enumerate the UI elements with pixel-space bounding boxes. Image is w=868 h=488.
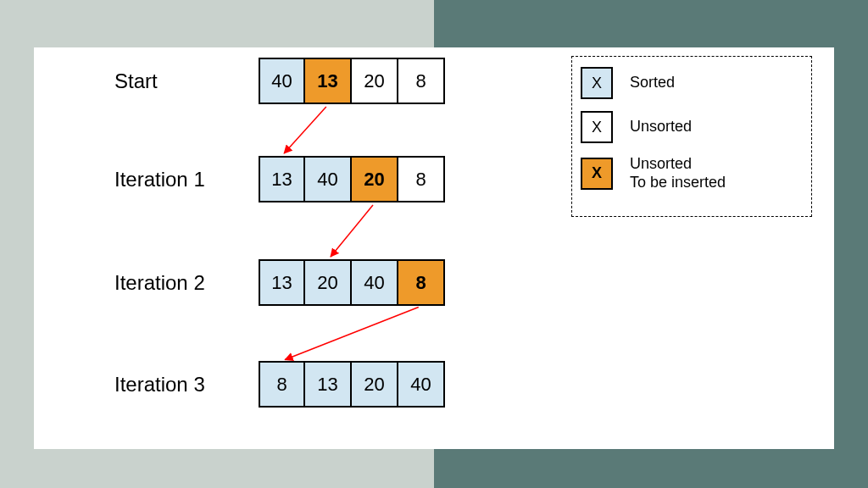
array-cell: 8 — [398, 58, 445, 104]
legend-item: XUnsorted To be inserted — [581, 155, 803, 191]
legend-swatch: X — [581, 67, 613, 99]
array-cell: 8 — [398, 156, 445, 202]
array-row: 8132040 — [259, 361, 445, 408]
array-cell: 40 — [305, 156, 352, 202]
legend-item: XUnsorted — [581, 111, 803, 143]
legend-swatch: X — [581, 158, 613, 190]
array-cell: 40 — [352, 259, 398, 306]
legend-label: Unsorted — [630, 118, 692, 136]
legend-item: XSorted — [581, 67, 803, 99]
legend-swatch: X — [581, 111, 613, 143]
array-cell: 13 — [305, 361, 352, 408]
array-cell: 13 — [305, 58, 352, 104]
arrows-layer — [34, 47, 288, 175]
legend-label: Unsorted To be inserted — [630, 155, 726, 191]
row-label: Iteration 3 — [114, 373, 205, 396]
array-cell: 40 — [398, 361, 445, 408]
row-label: Iteration 2 — [114, 271, 205, 295]
array-cell: 20 — [352, 58, 398, 104]
legend-label: Sorted — [630, 74, 675, 92]
array-cell: 13 — [259, 259, 305, 306]
legend: XSortedXUnsortedXUnsorted To be inserted — [571, 56, 812, 217]
array-cell: 8 — [259, 361, 305, 408]
array-cell: 20 — [305, 259, 352, 306]
diagram-panel: Start4013208Iteration 11340208Iteration … — [34, 47, 834, 449]
array-cell: 20 — [352, 156, 398, 202]
array-cell: 20 — [352, 361, 398, 408]
array-row: 1320408 — [259, 259, 445, 306]
array-cell: 8 — [398, 259, 445, 306]
